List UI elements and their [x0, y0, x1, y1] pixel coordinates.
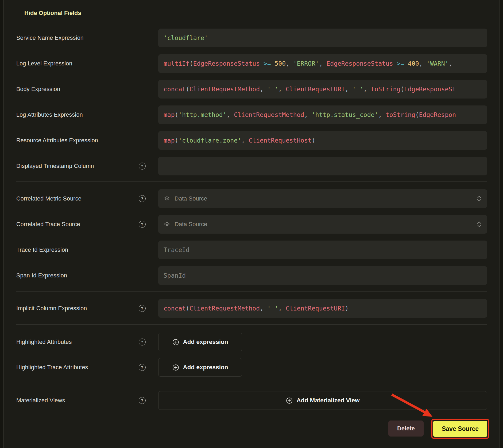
add-expression-label: Add expression: [183, 339, 228, 345]
form-row-trace-id: Trace Id Expression: [16, 241, 487, 259]
add-expression-label: Add expression: [183, 364, 228, 371]
hide-optional-fields-link[interactable]: Hide Optional Fields: [24, 10, 81, 16]
form-row-displayed-timestamp: Displayed Timestamp Column ?: [16, 157, 487, 175]
divider: [16, 324, 487, 325]
form-row-log-attributes: Log Attributes Expression map('http.meth…: [16, 105, 487, 124]
select-placeholder: Data Source: [175, 221, 477, 228]
divider: [16, 291, 487, 292]
field-label: Highlighted Trace Attributes: [16, 364, 138, 371]
save-source-button[interactable]: Save Source: [433, 421, 487, 437]
span-id-expression-input[interactable]: [158, 266, 487, 285]
form-actions: Delete Save Source: [4, 419, 489, 439]
trace-id-expression-input[interactable]: [158, 241, 487, 259]
layers-icon: [164, 195, 170, 202]
body-expression-input[interactable]: concat(ClientRequestMethod, ' ', ClientR…: [158, 80, 487, 99]
correlated-trace-source-select[interactable]: Data Source: [158, 215, 487, 234]
source-settings-page: Hide Optional Fields Service Name Expres…: [0, 0, 503, 448]
form-row-correlated-metric: Correlated Metric Source ? Data Source: [16, 189, 487, 208]
field-label: Log Attributes Expression: [16, 112, 138, 118]
help-icon[interactable]: ?: [139, 397, 146, 404]
delete-button[interactable]: Delete: [388, 421, 424, 437]
form-row-service-name: Service Name Expression 'cloudflare': [16, 29, 487, 47]
field-label: Implicit Column Expression: [16, 305, 138, 312]
field-label: Span Id Expression: [16, 272, 138, 279]
field-label: Resource Attributes Expression: [16, 137, 138, 144]
form-row-span-id: Span Id Expression: [16, 266, 487, 285]
add-materialized-view-button[interactable]: Add Materialized View: [158, 391, 487, 410]
plus-circle-icon: [172, 339, 179, 345]
field-label: Trace Id Expression: [16, 247, 138, 253]
form-row-highlighted-attributes: Highlighted Attributes ? Add expression: [16, 333, 487, 351]
add-expression-button[interactable]: Add expression: [158, 333, 242, 351]
form-row-log-level: Log Level Expression multiIf(EdgeRespons…: [16, 54, 487, 73]
optional-fields-panel: Hide Optional Fields Service Name Expres…: [3, 0, 500, 448]
form-row-body: Body Expression concat(ClientRequestMeth…: [16, 80, 487, 99]
field-label: Service Name Expression: [16, 35, 138, 41]
help-icon[interactable]: ?: [139, 364, 146, 371]
field-label: Correlated Trace Source: [16, 221, 138, 228]
form-row-materialized-views: Materialized Views ? Add Materialized Vi…: [16, 391, 487, 410]
help-icon[interactable]: ?: [139, 163, 146, 170]
help-icon[interactable]: ?: [139, 305, 146, 312]
chevron-updown-icon: [477, 221, 482, 228]
field-label: Correlated Metric Source: [16, 195, 138, 202]
field-label: Materialized Views: [16, 397, 138, 404]
field-label: Log Level Expression: [16, 60, 138, 67]
log-attributes-expression-input[interactable]: map('http.method', ClientRequestMethod, …: [158, 105, 487, 124]
resource-attributes-expression-input[interactable]: map('cloudflare.zone', ClientRequestHost…: [158, 131, 487, 150]
implicit-column-expression-input[interactable]: concat(ClientRequestMethod, ' ', ClientR…: [158, 299, 487, 318]
help-icon[interactable]: ?: [139, 221, 146, 228]
divider: [16, 181, 487, 182]
log-level-expression-input[interactable]: multiIf(EdgeResponseStatus >= 500, 'ERRO…: [158, 54, 487, 73]
divider: [16, 21, 487, 21]
layers-icon: [164, 221, 170, 228]
save-source-highlight-frame: Save Source: [431, 419, 489, 439]
select-placeholder: Data Source: [175, 195, 477, 202]
correlated-metric-source-select[interactable]: Data Source: [158, 189, 487, 208]
chevron-updown-icon: [477, 195, 482, 202]
displayed-timestamp-column-input[interactable]: [158, 157, 487, 175]
help-icon[interactable]: ?: [139, 339, 146, 345]
plus-circle-icon: [286, 397, 293, 404]
form-row-highlighted-trace-attributes: Highlighted Trace Attributes ? Add expre…: [16, 358, 487, 377]
form-row-correlated-trace: Correlated Trace Source ? Data Source: [16, 215, 487, 234]
add-materialized-view-label: Add Materialized View: [297, 397, 360, 404]
divider: [16, 385, 487, 385]
service-name-expression-input[interactable]: 'cloudflare': [158, 29, 487, 47]
help-icon[interactable]: ?: [139, 195, 146, 202]
field-label: Body Expression: [16, 86, 138, 93]
form-row-implicit-column: Implicit Column Expression ? concat(Clie…: [16, 299, 487, 318]
field-label: Displayed Timestamp Column: [16, 163, 138, 170]
add-expression-button[interactable]: Add expression: [158, 358, 242, 377]
form-row-resource-attributes: Resource Attributes Expression map('clou…: [16, 131, 487, 150]
field-label: Highlighted Attributes: [16, 339, 138, 345]
plus-circle-icon: [172, 364, 179, 371]
